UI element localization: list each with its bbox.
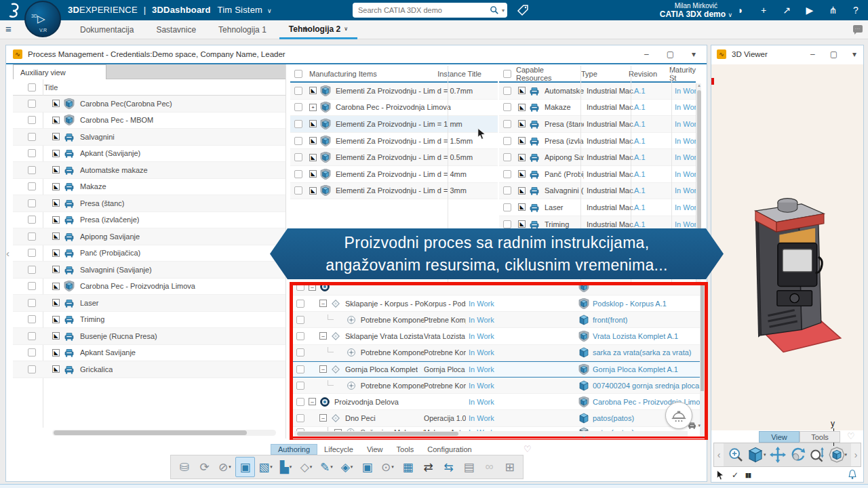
scoping-icon[interactable]: ◈ ▾ bbox=[337, 457, 357, 477]
row-checkbox[interactable] bbox=[28, 216, 36, 224]
expander-icon[interactable]: ◣ bbox=[52, 349, 60, 357]
dashboard-name[interactable]: Tim Sistem bbox=[218, 5, 263, 15]
add-tab-button[interactable]: + bbox=[296, 23, 315, 35]
row-checkbox[interactable] bbox=[503, 170, 511, 178]
aux-table-row[interactable]: ◣ Panč (Probijačica) bbox=[13, 245, 285, 262]
resource-table-row[interactable]: ◣ Apipong Savij... Industrial Mac... A.1… bbox=[499, 149, 696, 166]
scoped-item-link[interactable]: 007400204 gornja srednja ploca(0074... bbox=[593, 382, 705, 390]
scoped-item-link[interactable]: Podsklop - Korpus A.1 bbox=[593, 300, 705, 308]
row-checkbox[interactable] bbox=[28, 249, 36, 257]
aux-table-row[interactable]: ◣ Salvagnini (Savijanje) bbox=[13, 262, 285, 279]
row-checkbox[interactable] bbox=[296, 332, 304, 340]
row-checkbox[interactable] bbox=[296, 300, 304, 308]
expander-icon[interactable]: ◣ bbox=[309, 187, 317, 195]
user-chevron-icon[interactable]: ∨ bbox=[728, 12, 732, 18]
expander-icon[interactable]: ◣ bbox=[52, 166, 60, 174]
expander-icon[interactable]: ◣ bbox=[52, 232, 60, 240]
resource-table-row[interactable]: ◣ Automatske ... Industrial Mac... A.1 I… bbox=[499, 83, 696, 100]
search-structure-icon[interactable]: ⊙ ▾ bbox=[378, 457, 397, 477]
vertical-scrollbar[interactable] bbox=[700, 285, 705, 436]
expander-icon[interactable]: ◣ bbox=[518, 137, 526, 144]
expander-icon[interactable]: ◣ bbox=[309, 120, 317, 127]
row-checkbox[interactable] bbox=[28, 182, 36, 190]
favorite-heart-icon[interactable]: ♡ bbox=[847, 431, 855, 441]
scrollbar-thumb[interactable] bbox=[54, 430, 247, 435]
comments-icon[interactable]: ... bbox=[853, 25, 863, 33]
scoped-item-link[interactable]: sarka za vrata(sarka za vrata) bbox=[593, 348, 705, 357]
row-checkbox[interactable] bbox=[28, 365, 36, 373]
maximize-icon[interactable]: ▢ bbox=[830, 49, 837, 59]
expander-icon[interactable]: ◣ bbox=[309, 170, 317, 178]
instance-title-column-header[interactable]: Instance Title bbox=[437, 70, 481, 78]
expander-icon[interactable]: – bbox=[319, 300, 327, 307]
expander-icon[interactable]: ◣ bbox=[518, 120, 526, 127]
dashboard-tab[interactable]: Sastavnice bbox=[146, 20, 209, 39]
expander-icon[interactable]: – bbox=[309, 398, 316, 405]
scrollbar-thumb[interactable] bbox=[697, 90, 701, 229]
row-checkbox[interactable] bbox=[28, 133, 36, 141]
search-input[interactable] bbox=[358, 6, 490, 14]
aux-table-row[interactable]: ◣ Salvagnini bbox=[13, 129, 285, 146]
select-all-checkbox[interactable] bbox=[28, 83, 36, 92]
process-tree-row[interactable]: – Proizvodnja Delova In Work Carobna Pec… bbox=[293, 394, 705, 410]
dashboard-chevron-icon[interactable]: ∨ bbox=[267, 7, 272, 14]
zoom-icon[interactable] bbox=[809, 447, 825, 463]
expander-icon[interactable]: – bbox=[319, 365, 327, 373]
viewer-tab[interactable]: Tools bbox=[800, 431, 840, 443]
aux-table-row[interactable]: ◣ Laser bbox=[13, 295, 285, 312]
row-checkbox[interactable] bbox=[294, 103, 302, 111]
expander-icon[interactable]: ◣ bbox=[52, 249, 60, 257]
minimize-icon[interactable]: – bbox=[644, 49, 649, 59]
mfg-table-row[interactable]: ◣ Elementi Za Proizvodnju - Lim d = 4mm bbox=[290, 166, 498, 183]
global-search[interactable]: ▾ bbox=[353, 3, 507, 18]
row-checkbox[interactable] bbox=[28, 100, 36, 108]
add-content-icon[interactable]: + bbox=[757, 3, 770, 17]
aux-table-row[interactable]: ◣ Makaze bbox=[13, 179, 285, 196]
resource-table-row[interactable]: ◣ Salvagnini (S... Industrial Mac... A.1… bbox=[499, 183, 696, 200]
type-column-header[interactable]: Type bbox=[581, 70, 629, 78]
process-tree-row[interactable]: – Sklapanje Vrata Lozista Komplet Vrata … bbox=[293, 328, 705, 344]
minimize-icon[interactable]: – bbox=[810, 49, 815, 59]
row-checkbox[interactable] bbox=[28, 299, 36, 307]
swym-icon[interactable]: ◗ bbox=[734, 3, 747, 17]
tools-icon[interactable]: ⋔ bbox=[826, 3, 840, 17]
expander-icon[interactable]: + bbox=[309, 104, 317, 111]
row-checkbox[interactable] bbox=[503, 120, 511, 128]
expander-icon[interactable]: – bbox=[319, 414, 327, 422]
row-checkbox[interactable] bbox=[296, 348, 304, 357]
hide-show-icon[interactable]: ⊘ ▾ bbox=[215, 457, 235, 477]
maximize-icon[interactable]: ▢ bbox=[667, 49, 674, 59]
viewer-canvas[interactable] bbox=[711, 64, 863, 430]
row-checkbox[interactable] bbox=[28, 199, 36, 207]
time-flow-icon[interactable]: ◇ ▾ bbox=[296, 457, 316, 477]
expander-icon[interactable]: ◣ bbox=[518, 87, 526, 94]
row-checkbox[interactable] bbox=[503, 186, 511, 195]
compass-logo[interactable]: ▷ 3D V.R bbox=[24, 1, 61, 37]
row-checkbox[interactable] bbox=[503, 103, 511, 111]
aux-table-row[interactable]: ◣ Grickalica bbox=[13, 361, 285, 378]
capable-resources-column-header[interactable]: Capable Resources bbox=[516, 66, 578, 82]
link-icon[interactable]: ∞ bbox=[479, 457, 499, 477]
row-checkbox[interactable] bbox=[28, 166, 36, 174]
tag-icon[interactable] bbox=[517, 4, 529, 16]
expander-icon[interactable]: ◣ bbox=[518, 203, 526, 211]
new-item-icon[interactable]: ▧ ▾ bbox=[256, 457, 275, 477]
scroll-up-icon[interactable]: ▲ bbox=[697, 83, 701, 87]
row-checkbox[interactable] bbox=[296, 316, 304, 324]
save-session-icon[interactable]: ⛁ bbox=[174, 457, 194, 477]
window-chevron-icon[interactable]: ▾ bbox=[692, 49, 696, 59]
process-tree-row[interactable]: – Sklapanje - Korpus - Podsklop Korpus -… bbox=[293, 296, 705, 312]
structure-view-icon[interactable]: ⊞ bbox=[500, 457, 519, 477]
scoped-item-link[interactable]: Gornja Ploca Komplet A.1 bbox=[593, 365, 705, 373]
scrollbar-thumb[interactable] bbox=[297, 432, 458, 436]
stove-3d-model[interactable] bbox=[734, 192, 846, 358]
expander-icon[interactable]: ◣ bbox=[52, 133, 60, 140]
auxiliary-view-tab[interactable]: Auxiliary view bbox=[13, 64, 106, 79]
process-tree-row[interactable]: Potrebne Komponente Ptrebne Komp... In W… bbox=[293, 312, 705, 328]
list-view-icon[interactable]: ▤ bbox=[459, 457, 479, 477]
search-options-caret-icon[interactable]: ▾ bbox=[502, 7, 505, 14]
help-icon[interactable]: ? bbox=[849, 3, 863, 17]
toolbar-tab[interactable]: Authoring bbox=[271, 444, 317, 455]
collapse-panel-icon[interactable]: ‹ bbox=[6, 247, 9, 259]
row-checkbox[interactable] bbox=[28, 266, 36, 274]
